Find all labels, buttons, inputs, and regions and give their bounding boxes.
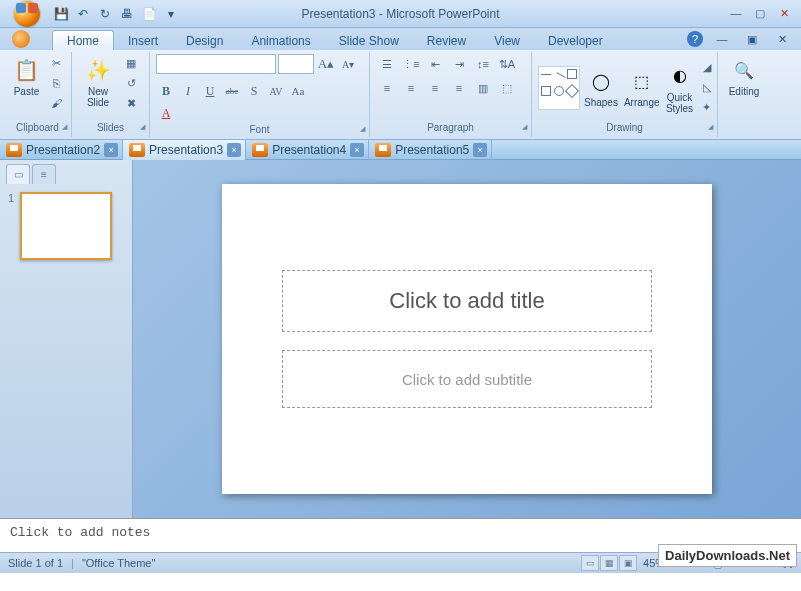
- tab-slideshow[interactable]: Slide Show: [325, 31, 413, 50]
- underline-button[interactable]: U: [200, 81, 220, 101]
- char-spacing-button[interactable]: AV: [266, 81, 286, 101]
- line-spacing-icon[interactable]: ↕≡: [472, 54, 494, 74]
- subtitle-placeholder[interactable]: Click to add subtitle: [282, 350, 652, 408]
- bold-button[interactable]: B: [156, 81, 176, 101]
- quick-styles-button[interactable]: ◐ Quick Styles: [664, 60, 696, 116]
- group-editing: 🔍 Editing .: [718, 52, 770, 137]
- theme-name: "Office Theme": [82, 557, 155, 569]
- bullets-icon[interactable]: ☰: [376, 54, 398, 74]
- tab-view[interactable]: View: [480, 31, 534, 50]
- group-paragraph: ☰ ⋮≡ ⇤ ⇥ ↕≡ ⇅A ≡ ≡ ≡ ≡ ▥ ⬚ Paragraph: [370, 52, 532, 137]
- slide-preview: [20, 192, 112, 260]
- grow-font-icon[interactable]: A▴: [316, 54, 336, 74]
- ribbon-minimize-icon[interactable]: —: [711, 30, 733, 48]
- slideshow-view-button[interactable]: ▣: [619, 555, 637, 571]
- numbering-icon[interactable]: ⋮≡: [400, 54, 422, 74]
- italic-button[interactable]: I: [178, 81, 198, 101]
- change-case-button[interactable]: Aa: [288, 81, 308, 101]
- group-label-clipboard: Clipboard: [10, 121, 65, 135]
- shapes-gallery[interactable]: [538, 66, 580, 110]
- quick-styles-icon: ◐: [666, 62, 694, 90]
- tab-developer[interactable]: Developer: [534, 31, 617, 50]
- slide-counter: Slide 1 of 1: [8, 557, 63, 569]
- close-button[interactable]: ✕: [773, 4, 795, 22]
- slide-canvas[interactable]: Click to add title Click to add subtitle: [222, 184, 712, 494]
- tab-review[interactable]: Review: [413, 31, 480, 50]
- close-tab-icon[interactable]: ×: [227, 143, 241, 157]
- format-painter-icon[interactable]: 🖌: [47, 94, 65, 112]
- editing-button[interactable]: 🔍 Editing: [724, 54, 764, 99]
- copy-icon[interactable]: ⎘: [47, 74, 65, 92]
- qat-dropdown-icon[interactable]: ▾: [162, 5, 180, 23]
- group-label-drawing: Drawing: [538, 121, 711, 135]
- shapes-icon: ◯: [587, 67, 615, 95]
- slide-thumbnail-1[interactable]: 1: [8, 192, 124, 260]
- reset-icon[interactable]: ↺: [122, 74, 140, 92]
- close-tab-icon[interactable]: ×: [473, 143, 487, 157]
- shape-effects-icon[interactable]: ✦: [698, 99, 716, 117]
- layout-icon[interactable]: ▦: [122, 54, 140, 72]
- outline-tab[interactable]: ≡: [32, 164, 56, 184]
- tab-design[interactable]: Design: [172, 31, 237, 50]
- group-slides: ✨ New Slide ▦ ↺ ✖ Slides: [72, 52, 150, 137]
- paste-button[interactable]: 📋 Paste: [10, 54, 43, 99]
- tab-home[interactable]: Home: [52, 30, 114, 50]
- shapes-button[interactable]: ◯ Shapes: [582, 65, 620, 110]
- arrange-button[interactable]: ⬚ Arrange: [622, 65, 662, 110]
- doc-restore-icon[interactable]: ▣: [741, 30, 763, 48]
- smartart-icon[interactable]: ⬚: [496, 78, 518, 98]
- normal-view-button[interactable]: ▭: [581, 555, 599, 571]
- close-tab-icon[interactable]: ×: [104, 143, 118, 157]
- sorter-view-button[interactable]: ▦: [600, 555, 618, 571]
- doc-tab-presentation4[interactable]: Presentation4×: [246, 140, 369, 160]
- group-label-font: Font: [156, 123, 363, 135]
- columns-icon[interactable]: ▥: [472, 78, 494, 98]
- undo-icon[interactable]: ↶: [74, 5, 92, 23]
- shape-fill-icon[interactable]: ◢: [698, 59, 716, 77]
- group-clipboard: 📋 Paste ✂ ⎘ 🖌 Clipboard: [4, 52, 72, 137]
- justify-icon[interactable]: ≡: [448, 78, 470, 98]
- office-button[interactable]: [8, 0, 46, 28]
- new-slide-button[interactable]: ✨ New Slide: [78, 54, 118, 110]
- doc-tab-presentation3[interactable]: Presentation3×: [123, 140, 246, 160]
- delete-slide-icon[interactable]: ✖: [122, 94, 140, 112]
- tab-insert[interactable]: Insert: [114, 31, 172, 50]
- binoculars-icon: 🔍: [730, 56, 758, 84]
- clipboard-icon: 📋: [13, 56, 41, 84]
- watermark: DailyDownloads.Net: [658, 544, 797, 567]
- align-left-icon[interactable]: ≡: [376, 78, 398, 98]
- font-name-combo[interactable]: [156, 54, 276, 74]
- slides-tab[interactable]: ▭: [6, 164, 30, 184]
- group-label-slides: Slides: [78, 121, 143, 135]
- slide-number: 1: [8, 192, 14, 204]
- main-area: ▭ ≡ 1 Click to add title Click to add su…: [0, 160, 801, 518]
- shape-outline-icon[interactable]: ◺: [698, 79, 716, 97]
- indent-dec-icon[interactable]: ⇤: [424, 54, 446, 74]
- strike-button[interactable]: abc: [222, 81, 242, 101]
- doc-tab-presentation2[interactable]: Presentation2×: [0, 140, 123, 160]
- doc-close-icon[interactable]: ✕: [771, 30, 793, 48]
- redo-icon[interactable]: ↻: [96, 5, 114, 23]
- shrink-font-icon[interactable]: A▾: [338, 54, 358, 74]
- cut-icon[interactable]: ✂: [47, 54, 65, 72]
- ribbon: 📋 Paste ✂ ⎘ 🖌 Clipboard ✨ New Slide ▦ ↺ …: [0, 50, 801, 140]
- title-placeholder[interactable]: Click to add title: [282, 270, 652, 332]
- slide-thumbnail-pane: ▭ ≡ 1: [0, 160, 133, 518]
- group-label-paragraph: Paragraph: [376, 121, 525, 135]
- new-doc-icon[interactable]: 📄: [140, 5, 158, 23]
- close-tab-icon[interactable]: ×: [350, 143, 364, 157]
- text-direction-icon[interactable]: ⇅A: [496, 54, 518, 74]
- font-color-button[interactable]: A: [156, 103, 176, 123]
- align-center-icon[interactable]: ≡: [400, 78, 422, 98]
- doc-tab-presentation5[interactable]: Presentation5×: [369, 140, 492, 160]
- save-icon[interactable]: 💾: [52, 5, 70, 23]
- help-icon[interactable]: ?: [687, 31, 703, 47]
- shadow-button[interactable]: S: [244, 81, 264, 101]
- align-right-icon[interactable]: ≡: [424, 78, 446, 98]
- tab-animations[interactable]: Animations: [237, 31, 324, 50]
- print-icon[interactable]: 🖶: [118, 5, 136, 23]
- maximize-button[interactable]: ▢: [749, 4, 771, 22]
- indent-inc-icon[interactable]: ⇥: [448, 54, 470, 74]
- font-size-combo[interactable]: [278, 54, 314, 74]
- minimize-button[interactable]: —: [725, 4, 747, 22]
